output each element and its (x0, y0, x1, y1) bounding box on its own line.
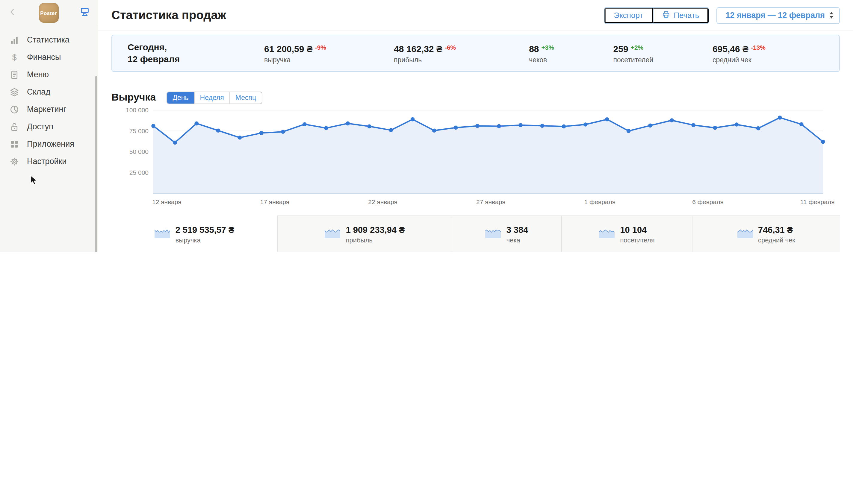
sidebar-item-access[interactable]: Доступ (0, 118, 98, 135)
sidebar-item-label: Меню (27, 70, 49, 79)
sidebar-item-label: Финансы (27, 53, 61, 62)
sidebar-menu: Статистика $ Финансы Меню Склад Маркетин… (0, 26, 98, 170)
sparkline-icon (325, 228, 341, 240)
sidebar-item-finance[interactable]: $ Финансы (0, 49, 98, 66)
svg-text:50 000: 50 000 (129, 148, 149, 155)
lock-icon (9, 122, 20, 131)
metric-tab-0[interactable]: 2 519 535,57 ₴выручка (111, 215, 277, 252)
sidebar-item-stock[interactable]: Склад (0, 83, 98, 101)
period-segmented-control: ДеньНеделяМесяц (167, 91, 262, 104)
metric-tabs: 2 519 535,57 ₴выручка 1 909 233,94 ₴приб… (111, 215, 840, 252)
svg-text:17 января: 17 января (260, 198, 290, 205)
summary-stat-1: 48 162,32 ₴-6% прибыль (394, 43, 529, 63)
metric-tab-3[interactable]: 10 104посетителя (561, 215, 692, 252)
sidebar-item-marketing[interactable]: Маркетинг (0, 101, 98, 118)
sparkline-icon (155, 228, 170, 240)
sidebar-item-label: Склад (27, 87, 50, 96)
sparkline-icon (486, 228, 501, 240)
sidebar-item-statistics[interactable]: Статистика (0, 31, 98, 49)
summary-stat-2: 88+3% чеков (529, 43, 613, 63)
document-icon (9, 70, 20, 79)
export-print-group: Экспорт Печать (604, 7, 710, 24)
period-tab-Месяц[interactable]: Месяц (229, 92, 261, 103)
updown-caret-icon (830, 12, 833, 19)
back-chevron-icon[interactable] (8, 7, 17, 19)
metric-tab-2[interactable]: 3 384чека (452, 215, 561, 252)
svg-text:6 февраля: 6 февраля (692, 198, 724, 205)
revenue-line-chart: 100 00075 00050 00025 000 12 января17 ян… (111, 105, 840, 211)
page-title: Статистика продаж (111, 8, 226, 22)
print-button[interactable]: Печать (652, 7, 709, 23)
sparkline-icon (737, 228, 753, 240)
sidebar-item-label: Доступ (27, 122, 53, 131)
svg-text:$: $ (12, 53, 16, 62)
sparkline-icon (599, 228, 614, 240)
dollar-icon: $ (9, 52, 20, 62)
period-tab-Неделя[interactable]: Неделя (194, 92, 229, 103)
poster-logo[interactable]: Poster (39, 3, 58, 23)
svg-text:11 февраля: 11 февраля (800, 198, 835, 205)
summary-stat-3: 259+2% посетителей (613, 43, 713, 63)
revenue-section-header: Выручка ДеньНеделяМесяц (111, 91, 840, 104)
kiosk-icon[interactable] (80, 6, 90, 19)
sidebar-item-label: Статистика (27, 35, 69, 44)
today-summary-card: Сегодня, 12 февраля 61 200,59 ₴-9% выруч… (111, 35, 840, 72)
svg-text:75 000: 75 000 (129, 127, 149, 134)
gear-icon (9, 157, 20, 166)
svg-text:1 февраля: 1 февраля (584, 198, 616, 205)
svg-text:100 000: 100 000 (126, 107, 149, 113)
sidebar: Poster Статистика $ Финансы Меню Склад (0, 0, 98, 252)
grid-icon (9, 139, 20, 149)
printer-icon (662, 10, 670, 20)
mouse-cursor (30, 175, 38, 188)
sidebar-item-apps[interactable]: Приложения (0, 135, 98, 152)
summary-stat-4: 695,46 ₴-13% средний чек (713, 43, 839, 63)
today-date: Сегодня, 12 февраля (112, 41, 264, 66)
svg-text:22 января: 22 января (368, 198, 398, 205)
layers-icon (9, 87, 20, 97)
sidebar-item-label: Приложения (27, 140, 74, 148)
sidebar-header: Poster (0, 0, 98, 26)
content: Сегодня, 12 февраля 61 200,59 ₴-9% выруч… (98, 31, 853, 252)
svg-text:25 000: 25 000 (129, 169, 149, 176)
main-area: Статистика продаж Экспорт Печать (98, 0, 853, 252)
metric-tab-1[interactable]: 1 909 233,94 ₴прибыль (277, 215, 452, 252)
revenue-title: Выручка (111, 92, 156, 104)
sidebar-item-label: Настройки (27, 157, 67, 166)
period-tab-День[interactable]: День (168, 92, 194, 103)
sidebar-item-settings[interactable]: Настройки (0, 152, 98, 170)
svg-text:27 января: 27 января (476, 198, 506, 205)
app-window: Poster Статистика $ Финансы Меню Склад (0, 0, 853, 252)
page-header: Статистика продаж Экспорт Печать (98, 0, 853, 31)
sidebar-item-label: Маркетинг (27, 105, 66, 114)
sidebar-scrollbar[interactable] (95, 76, 97, 252)
bar-chart-icon (9, 35, 20, 44)
svg-text:12 января: 12 января (152, 198, 181, 205)
export-button[interactable]: Экспорт (605, 7, 653, 23)
sidebar-item-menu[interactable]: Меню (0, 66, 98, 83)
date-range-selector[interactable]: 12 января — 12 февраля (716, 7, 840, 24)
pie-chart-icon (9, 105, 20, 114)
summary-stat-0: 61 200,59 ₴-9% выручка (264, 43, 394, 63)
metric-tab-4[interactable]: 746,31 ₴средний чек (692, 215, 840, 252)
